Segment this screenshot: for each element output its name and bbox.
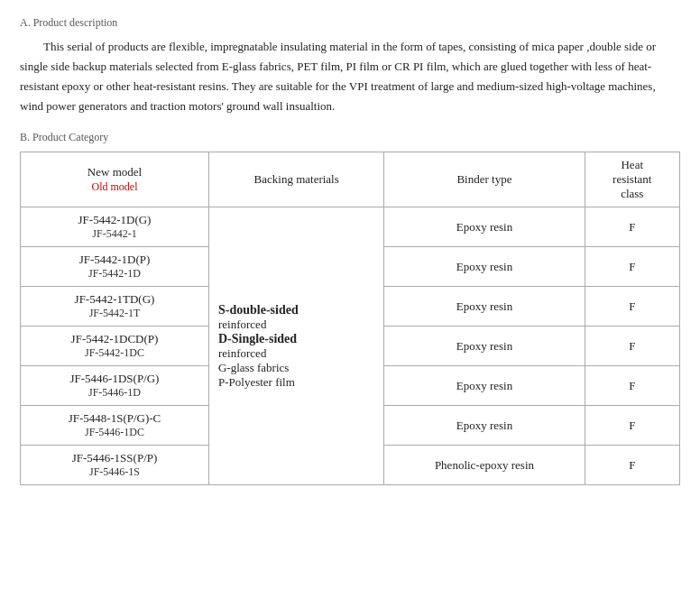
binder-4: Epoxy resin [384, 327, 585, 366]
heat-line3: class [621, 187, 643, 200]
backing-s-sub: reinforced [218, 318, 266, 331]
table-row: JF-5442-1D(G) JF-5442-1 S-double-sided r… [21, 207, 680, 247]
model-cell-2: JF-5442-1D(P) JF-5442-1D [21, 247, 209, 287]
binder-1: Epoxy resin [384, 207, 585, 247]
heat-6: F [585, 406, 679, 446]
old-model-3: JF-5442-1T [28, 307, 201, 320]
binder-2: Epoxy resin [384, 247, 585, 287]
new-model-5: JF-5446-1DS(P/G) [28, 372, 201, 386]
new-model-3: JF-5442-1TD(G) [28, 292, 201, 307]
heat-5: F [585, 366, 679, 406]
heat-1: F [585, 207, 679, 247]
heat-4: F [585, 327, 679, 366]
col-header-model: New model Old model [21, 152, 209, 207]
col-header-new-model: New model [88, 165, 142, 179]
old-model-6: JF-5446-1DC [28, 426, 201, 439]
heat-2: F [585, 247, 679, 287]
model-cell-4: JF-5442-1DCD(P) JF-5442-1DC [21, 327, 209, 366]
model-cell-6: JF-5448-1S(P/G)-C JF-5446-1DC [21, 406, 209, 446]
col-header-binder: Binder type [384, 152, 585, 207]
binder-6: Epoxy resin [384, 406, 585, 446]
section-a-title: A. Product description [20, 16, 680, 30]
backing-d: D-Single-sided [218, 332, 297, 345]
model-cell-7: JF-5446-1SS(P/P) JF-5446-1S [21, 446, 209, 485]
binder-7: Phenolic-epoxy resin [384, 446, 585, 485]
heat-line2: resistant [612, 172, 651, 186]
backing-g: G-glass fabrics [218, 361, 289, 374]
backing-p: P-Polyester film [218, 375, 295, 389]
new-model-1: JF-5442-1D(G) [28, 213, 201, 227]
product-description: This serial of products are flexible, im… [20, 37, 680, 116]
new-model-2: JF-5442-1D(P) [28, 253, 201, 267]
old-model-1: JF-5442-1 [28, 227, 201, 241]
section-b-title: B. Product Category [20, 131, 680, 144]
old-model-5: JF-5446-1D [28, 386, 201, 400]
product-table: New model Old model Backing materials Bi… [20, 152, 680, 485]
col-header-heat: Heat resistant class [585, 152, 679, 207]
model-cell-1: JF-5442-1D(G) JF-5442-1 [21, 207, 209, 247]
model-cell-5: JF-5446-1DS(P/G) JF-5446-1D [21, 366, 209, 406]
new-model-6: JF-5448-1S(P/G)-C [28, 411, 201, 426]
new-model-7: JF-5446-1SS(P/P) [28, 451, 201, 465]
backing-materials-cell: S-double-sided reinforced D-Single-sided… [208, 207, 383, 485]
binder-5: Epoxy resin [384, 366, 585, 406]
old-model-7: JF-5446-1S [28, 465, 201, 479]
old-model-4: JF-5442-1DC [28, 346, 201, 360]
new-model-4: JF-5442-1DCD(P) [28, 332, 201, 346]
old-model-2: JF-5442-1D [28, 267, 201, 281]
model-cell-3: JF-5442-1TD(G) JF-5442-1T [21, 287, 209, 327]
heat-3: F [585, 287, 679, 327]
binder-3: Epoxy resin [384, 287, 585, 327]
backing-d-sub: reinforced [218, 346, 266, 360]
backing-s: S-double-sided [218, 303, 299, 317]
col-header-old-model: Old model [91, 180, 137, 193]
heat-line1: Heat [621, 158, 643, 171]
heat-7: F [585, 446, 679, 485]
col-header-backing: Backing materials [208, 152, 383, 207]
